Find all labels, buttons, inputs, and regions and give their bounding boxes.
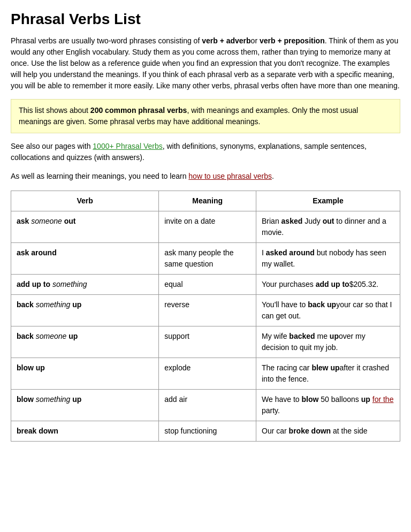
example-bold2: up: [361, 395, 370, 404]
example-bold: asked around: [266, 248, 315, 257]
table-row: back something upreverseYou'll have to b…: [11, 295, 400, 326]
page-title: Phrasal Verbs List: [11, 11, 400, 28]
meaning-cell: equal: [159, 275, 256, 295]
intro-bold-1: verb + adverb: [202, 36, 250, 45]
see-also-text-1: See also our pages with: [11, 142, 93, 150]
meaning-cell: support: [159, 326, 256, 358]
intro-text-1: Phrasal verbs are usually two-word phras…: [11, 36, 202, 45]
highlight-bold: 200 common phrasal verbs: [90, 106, 187, 115]
table-row: blow something upadd airWe have to blow …: [11, 390, 400, 421]
verb-bold: break down: [17, 427, 58, 435]
verb-italic: something: [52, 280, 87, 288]
meaning-cell: invite on a date: [159, 211, 256, 243]
table-row: ask someone outinvite on a dateBrian ask…: [11, 211, 400, 243]
header-example: Example: [256, 191, 400, 211]
verb-bold-post: up: [70, 300, 81, 309]
verb-italic: someone: [36, 332, 67, 340]
example-cell: My wife backed me upover my decision to …: [256, 326, 400, 358]
intro-bold-2: verb + preposition: [260, 36, 325, 45]
verb-bold-pre: back: [17, 332, 36, 340]
header-meaning: Meaning: [159, 191, 256, 211]
meaning-cell: ask many people the same question: [159, 243, 256, 275]
example-bold: asked: [281, 217, 303, 225]
example-cell: Our car broke down at the side: [256, 421, 400, 442]
example-bold: back up: [308, 300, 336, 309]
verb-cell: ask someone out: [11, 211, 159, 243]
example-bold: blew up: [311, 363, 339, 372]
verb-bold: ask around: [17, 248, 57, 257]
intro-text-2: or: [251, 36, 260, 45]
example-bold: backed: [289, 332, 315, 340]
meaning-cell: reverse: [159, 295, 256, 326]
verb-italic: something: [36, 300, 71, 309]
verb-italic: someone: [31, 217, 62, 225]
phrasal-verbs-table: Verb Meaning Example ask someone outinvi…: [11, 191, 400, 442]
table-row: back someone upsupportMy wife backed me …: [11, 326, 400, 358]
intro-paragraph: Phrasal verbs are usually two-word phras…: [11, 35, 400, 92]
learn-text-1: As well as learning their meanings, you …: [11, 172, 188, 180]
example-bold: broke down: [289, 427, 331, 435]
see-also-paragraph: See also our pages with 1000+ Phrasal Ve…: [11, 141, 400, 163]
example-cell: The racing car blew upafter it crashed i…: [256, 358, 400, 390]
example-cell: Brian asked Judy out to dinner and a mov…: [256, 211, 400, 243]
verb-bold-post: out: [62, 217, 76, 225]
learn-paragraph: As well as learning their meanings, you …: [11, 171, 400, 182]
example-bold2: out: [323, 217, 334, 225]
example-bold2: up: [330, 332, 339, 340]
verb-bold-post: up: [66, 332, 78, 340]
verb-cell: back someone up: [11, 326, 159, 358]
table-row: break downstop functioningOur car broke …: [11, 421, 400, 442]
example-cell: You'll have to back upyour car so that I…: [256, 295, 400, 326]
verb-cell: back something up: [11, 295, 159, 326]
verb-bold: blow up: [17, 363, 45, 372]
example-bold: blow: [301, 395, 318, 404]
example-cell: Your purchases add up to$205.32.: [256, 275, 400, 295]
phrasal-verbs-link[interactable]: 1000+ Phrasal Verbs: [93, 142, 162, 150]
how-to-use-link[interactable]: how to use phrasal verbs: [188, 172, 272, 180]
example-cell: I asked around but nobody has seen my wa…: [256, 243, 400, 275]
table-row: add up to somethingequalYour purchases a…: [11, 275, 400, 295]
verb-italic: something: [36, 395, 71, 404]
highlight-box: This list shows about 200 common phrasal…: [11, 99, 400, 133]
verb-cell: add up to something: [11, 275, 159, 295]
learn-text-2: .: [272, 172, 274, 180]
verb-cell: ask around: [11, 243, 159, 275]
verb-bold-pre: back: [17, 300, 36, 309]
meaning-cell: add air: [159, 390, 256, 421]
meaning-cell: stop functioning: [159, 421, 256, 442]
meaning-cell: explode: [159, 358, 256, 390]
table-row: blow upexplodeThe racing car blew upafte…: [11, 358, 400, 390]
verb-cell: blow something up: [11, 390, 159, 421]
example-link[interactable]: for the: [372, 395, 394, 404]
example-cell: We have to blow 50 balloons up for the p…: [256, 390, 400, 421]
verb-bold-pre: ask: [17, 217, 31, 225]
verb-bold-post: up: [70, 395, 81, 404]
verb-cell: blow up: [11, 358, 159, 390]
example-bold: add up to: [316, 280, 349, 288]
header-verb: Verb: [11, 191, 159, 211]
verb-bold-pre: blow: [17, 395, 36, 404]
highlight-text-1: This list shows about: [19, 106, 90, 115]
verb-bold-pre: add up to: [17, 280, 52, 288]
table-row: ask aroundask many people the same quest…: [11, 243, 400, 275]
verb-cell: break down: [11, 421, 159, 442]
table-header-row: Verb Meaning Example: [11, 191, 400, 211]
